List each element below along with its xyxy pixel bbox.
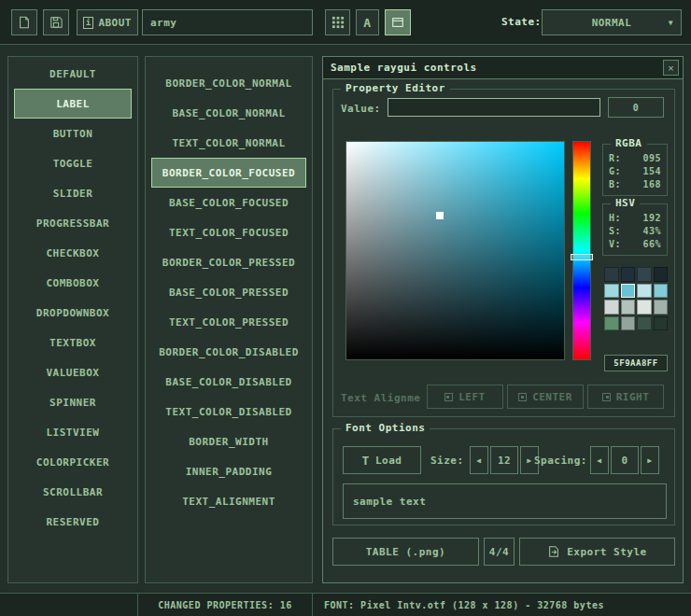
control-item-label[interactable]: LABEL	[14, 89, 132, 119]
palette-swatch-8[interactable]	[604, 300, 619, 315]
hue-slider[interactable]	[572, 141, 591, 360]
font-mode-button[interactable]: A	[356, 9, 379, 35]
close-icon: ×	[668, 63, 673, 74]
control-item-colorpicker[interactable]: COLORPICKER	[14, 447, 132, 477]
window-icon	[391, 16, 404, 29]
spacing-value-box[interactable]: 0	[611, 446, 639, 474]
hex-value-box[interactable]: 5F9AA8FF	[604, 355, 668, 371]
toolbar: i ABOUT A State: NORMAL ▼	[0, 0, 691, 45]
rgba-b-row: B: 168	[609, 178, 661, 191]
property-item-base_color_normal[interactable]: BASE_COLOR_NORMAL	[151, 98, 306, 128]
spacing-increase-button[interactable]: ▶	[641, 446, 659, 474]
s-value: 43%	[642, 225, 661, 238]
control-item-checkbox[interactable]: CHECKBOX	[14, 238, 132, 268]
palette-swatch-15[interactable]	[654, 316, 669, 331]
text-alignment-label: Text Alignme	[341, 392, 425, 404]
control-item-listview[interactable]: LISTVIEW	[14, 417, 132, 447]
control-item-spinner[interactable]: SPINNER	[14, 387, 132, 417]
palette-swatch-9[interactable]	[621, 300, 636, 315]
palette-swatch-5[interactable]	[621, 284, 636, 299]
state-dropdown[interactable]: NORMAL ▼	[542, 9, 682, 35]
style-name-input[interactable]	[142, 9, 313, 35]
palette-swatch-12[interactable]	[604, 316, 619, 331]
file-icon	[18, 16, 31, 29]
save-icon	[49, 16, 63, 29]
palette-swatch-6[interactable]	[637, 284, 652, 299]
color-saturation-value-picker[interactable]	[346, 141, 565, 360]
property-item-text_color_focused[interactable]: TEXT_COLOR_FOCUSED	[151, 217, 306, 247]
size-decrease-button[interactable]: ◀	[470, 446, 488, 474]
align-left-button[interactable]: LEFT	[427, 385, 503, 409]
property-item-text_color_pressed[interactable]: TEXT_COLOR_PRESSED	[151, 307, 306, 337]
close-button[interactable]: ×	[663, 60, 679, 76]
property-item-base_color_disabled[interactable]: BASE_COLOR_DISABLED	[151, 367, 306, 397]
about-button-label: ABOUT	[98, 17, 132, 29]
page-indicator: 4/4	[484, 538, 515, 566]
palette-swatch-2[interactable]	[637, 267, 652, 282]
property-item-border_color_normal[interactable]: BORDER_COLOR_NORMAL	[151, 68, 306, 98]
statusbar: CHANGED PROPERTIES: 16 FONT: Pixel Intv.…	[0, 593, 691, 616]
palette-swatch-3[interactable]	[654, 267, 669, 282]
rgba-label: RGBA	[611, 137, 647, 149]
value-count-box[interactable]: 0	[608, 97, 664, 118]
control-item-scrollbar[interactable]: SCROLLBAR	[14, 477, 132, 507]
palette-swatch-10[interactable]	[637, 300, 652, 315]
property-item-border_color_disabled[interactable]: BORDER_COLOR_DISABLED	[151, 337, 306, 367]
palette-swatch-14[interactable]	[637, 316, 652, 331]
property-item-text_alignment[interactable]: TEXT_ALIGNMENT	[151, 486, 306, 516]
sample-text-input[interactable]: sample text	[343, 483, 667, 519]
about-button[interactable]: i ABOUT	[77, 9, 138, 35]
property-item-base_color_pressed[interactable]: BASE_COLOR_PRESSED	[151, 277, 306, 307]
palette-swatch-13[interactable]	[621, 316, 636, 331]
size-label: Size:	[430, 455, 464, 467]
controls-view-button[interactable]	[385, 9, 411, 35]
palette-swatch-7[interactable]	[654, 284, 669, 299]
g-label: G:	[609, 165, 621, 178]
control-item-valuebox[interactable]: VALUEBOX	[14, 357, 132, 387]
property-editor-label: Property Editor	[341, 82, 450, 94]
save-style-button[interactable]	[43, 9, 69, 35]
control-item-toggle[interactable]: TOGGLE	[14, 148, 132, 178]
property-item-text_color_disabled[interactable]: TEXT_COLOR_DISABLED	[151, 397, 306, 427]
color-picker-cursor[interactable]	[436, 212, 444, 219]
property-item-border_color_focused[interactable]: BORDER_COLOR_FOCUSED	[151, 158, 306, 188]
control-item-button[interactable]: BUTTON	[14, 119, 132, 148]
palette-swatch-4[interactable]	[604, 284, 619, 299]
load-font-button[interactable]: T Load	[343, 446, 421, 474]
style-table-mode-button[interactable]	[325, 9, 350, 35]
property-item-base_color_focused[interactable]: BASE_COLOR_FOCUSED	[151, 188, 306, 217]
align-center-button[interactable]: CENTER	[507, 385, 584, 409]
state-label: State:	[501, 16, 542, 28]
control-item-default[interactable]: DEFAULT	[14, 59, 132, 89]
value-label: Value:	[341, 103, 381, 115]
changed-properties-status: CHANGED PROPERTIES: 16	[138, 594, 313, 616]
control-item-progressbar[interactable]: PROGRESSBAR	[14, 208, 132, 238]
new-style-button[interactable]	[11, 9, 37, 35]
align-left-label: LEFT	[458, 391, 486, 403]
property-item-border_color_pressed[interactable]: BORDER_COLOR_PRESSED	[151, 247, 306, 277]
property-item-inner_padding[interactable]: INNER_PADDING	[151, 456, 306, 486]
control-item-reserved[interactable]: RESERVED	[14, 507, 132, 537]
property-item-text_color_normal[interactable]: TEXT_COLOR_NORMAL	[151, 128, 306, 158]
align-right-label: RIGHT	[616, 391, 650, 403]
control-item-dropdownbox[interactable]: DROPDOWNBOX	[14, 298, 132, 328]
control-item-textbox[interactable]: TEXTBOX	[14, 328, 132, 357]
control-item-combobox[interactable]: COMBOBOX	[14, 268, 132, 298]
palette-swatch-0[interactable]	[604, 267, 619, 282]
align-right-button[interactable]: RIGHT	[587, 385, 664, 409]
size-value-box[interactable]: 12	[490, 446, 518, 474]
spacing-decrease-button[interactable]: ◀	[590, 446, 609, 474]
arrow-left-icon: ◀	[476, 456, 481, 465]
export-icon	[547, 545, 560, 558]
table-format-dropdown[interactable]: TABLE (.png)	[332, 538, 479, 566]
palette-swatch-11[interactable]	[654, 300, 669, 315]
align-right-icon	[602, 393, 611, 401]
palette-swatch-1[interactable]	[621, 267, 636, 282]
control-item-slider[interactable]: SLIDER	[14, 178, 132, 208]
sample-window-titlebar[interactable]: Sample raygui controls ×	[323, 57, 683, 79]
export-style-button[interactable]: Export Style	[519, 538, 675, 566]
property-editor-group: Property Editor Value: 0 RGBA R: 095 G: …	[332, 89, 675, 417]
property-item-border_width[interactable]: BORDER_WIDTH	[151, 427, 306, 456]
hue-slider-handle[interactable]	[571, 254, 593, 260]
value-input[interactable]	[388, 98, 600, 117]
